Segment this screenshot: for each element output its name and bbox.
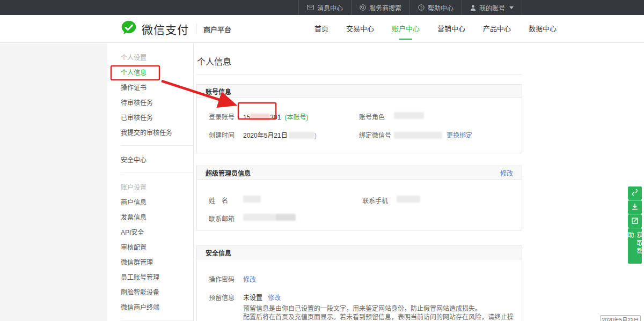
brand-divider (196, 24, 196, 34)
sidebar-item-review-config[interactable]: 审核配置 (107, 240, 193, 255)
sidebar-item-personal-info[interactable]: 个人信息 (107, 65, 193, 80)
contact-phone-label: 联系手机 (362, 196, 388, 205)
nav-item-product-center[interactable]: 产品中心 (483, 15, 511, 43)
topbar-item-messages[interactable]: 消息中心 (298, 0, 351, 15)
left-gutter (0, 43, 107, 321)
change-binding-link[interactable]: 更换绑定 (447, 132, 472, 139)
sidebar-item-my-submitted-review-tasks[interactable]: 我提交的审核任务 (107, 125, 193, 140)
sidebar-divider (121, 320, 193, 320)
sidebar-item-security-center[interactable]: 安全中心 (107, 153, 193, 168)
main-content: 个人信息 账号信息 登录账号 15301(本账号) 账号角色 创建时间 2020… (194, 43, 644, 321)
sidebar-item-invoice-info[interactable]: 发票信息 (107, 210, 193, 225)
float-menu: 获取帮助 (628, 186, 642, 264)
redacted-admin-name (243, 196, 261, 203)
topbar-item-label: 服务商搜索 (369, 3, 401, 12)
page-body: 个人设置 个人信息 操作证书 待审核任务 已审核任务 我提交的审核任务 安全中心… (0, 43, 644, 321)
nav-item-trade-center[interactable]: 交易中心 (346, 15, 374, 43)
user-icon (470, 5, 476, 11)
super-admin-panel: 超级管理员信息 修改 姓 名 联系手机 联系邮箱 (196, 166, 522, 230)
admin-name-value (243, 196, 261, 203)
redacted-account-role (394, 112, 424, 119)
sidebar-group-personal-settings: 个人设置 (107, 50, 193, 65)
login-account-value: 15301(本账号) (243, 112, 308, 121)
contact-email-label: 联系邮箱 (209, 214, 235, 223)
contact-email-value (243, 214, 296, 221)
edit-reserve-info-link[interactable]: 修改 (268, 294, 281, 302)
sidebar-divider (121, 145, 193, 146)
nav-item-home[interactable]: 首页 (314, 15, 328, 43)
get-help-button[interactable]: 获取帮助 (628, 228, 642, 264)
redacted-login-middle (250, 114, 270, 121)
link-icon (632, 189, 638, 198)
topbar-item-label: 消息中心 (317, 3, 343, 12)
redacted-created-time (289, 132, 314, 139)
sidebar-item-wechat-merchant-terminal[interactable]: 微信商户终端 (107, 300, 193, 315)
portal-name: 商户平台 (203, 24, 231, 34)
nav-item-account-center[interactable]: 账户中心 (392, 15, 420, 43)
redacted-contact-phone (397, 196, 420, 203)
download-icon (632, 203, 638, 212)
download-button[interactable] (628, 200, 642, 214)
sidebar-item-face-smart-device[interactable]: 刷脸智能设备 (107, 285, 193, 300)
sidebar-item-merchant-info[interactable]: 商户信息 (107, 195, 193, 210)
operation-password-row: 操作密码 修改 (197, 269, 522, 287)
topbar-item-help-center[interactable]: ? 帮助中心 (409, 0, 462, 15)
sidebar: 个人设置 个人信息 操作证书 待审核任务 已审核任务 我提交的审核任务 安全中心… (107, 43, 194, 321)
edit-password-link[interactable]: 修改 (243, 276, 256, 283)
account-role-value (394, 112, 424, 120)
brand[interactable]: 微信支付 商户平台 (120, 15, 231, 43)
topbar-item-provider-search[interactable]: 服务商搜索 (351, 0, 409, 15)
security-info-panel-title: 安全信息 (206, 248, 231, 257)
contact-phone-value (397, 196, 420, 203)
topbar: 消息中心 服务商搜索 ? 帮助中心 我的账号 (0, 0, 644, 15)
created-time-label: 创建时间 (209, 130, 235, 139)
sidebar-item-api-security[interactable]: API安全 (107, 225, 193, 240)
created-time-row: 创建时间 2020年5月21日) 绑定微信号 更换绑定 (197, 125, 522, 143)
sidebar-item-reviewed-tasks[interactable]: 已审核任务 (107, 110, 193, 125)
wechat-pay-logo-icon (120, 19, 137, 39)
share-link-button[interactable] (628, 186, 642, 200)
help-line: 配置后将在首页及充值页面显示。若未看到预留信息，表明当前访问的网站存在风险，请终… (243, 313, 522, 321)
sidebar-item-wechat-group-management[interactable]: 微信群管理 (107, 255, 193, 270)
login-account-row: 登录账号 15301(本账号) 账号角色 (197, 107, 522, 125)
page-title: 个人信息 (196, 43, 522, 75)
edit-admin-link[interactable]: 修改 (500, 168, 513, 177)
topbar-menu: 消息中心 服务商搜索 ? 帮助中心 我的账号 (298, 0, 522, 15)
sidebar-item-pending-review-tasks[interactable]: 待审核任务 (107, 95, 193, 110)
account-info-panel-title: 账号信息 (206, 87, 231, 96)
operation-password-label: 操作密码 (209, 274, 235, 283)
admin-name-row: 姓 名 联系手机 (197, 190, 522, 208)
mail-icon (307, 5, 314, 10)
topbar-item-my-account[interactable]: 我的账号 (462, 0, 522, 15)
search-circle-icon (360, 4, 366, 11)
reserve-info-help: 预留信息是由你自己设置的一段文字，用来鉴定网站身份，防止假冒网站造成损失。 配置… (243, 304, 522, 321)
created-time-value: 2020年5月21日) (243, 130, 317, 139)
account-role-label: 账号角色 (359, 112, 385, 121)
help-line: 预留信息是由你自己设置的一段文字，用来鉴定网站身份，防止假冒网站造成损失。 (243, 304, 522, 313)
feedback-button[interactable] (628, 214, 642, 228)
bound-wechat-value: 更换绑定 (394, 130, 472, 139)
sidebar-divider (121, 173, 193, 173)
topbar-item-label: 我的账号 (479, 3, 505, 12)
topbar-item-label: 帮助中心 (428, 3, 453, 12)
sidebar-group-account-settings: 账户设置 (107, 180, 193, 195)
nav-item-marketing-center[interactable]: 营销中心 (437, 15, 465, 43)
super-admin-panel-title: 超级管理员信息 (206, 168, 251, 177)
security-info-panel: 安全信息 操作密码 修改 预留信息 未设置修改 预留信息是由你自己设置的一段文字… (196, 245, 522, 321)
contact-email-row: 联系邮箱 (197, 208, 522, 227)
admin-name-label: 姓 名 (209, 196, 228, 205)
edit-icon (632, 217, 638, 226)
date-tooltip: 2020年5月22日 (600, 315, 641, 321)
sidebar-item-staff-account-management[interactable]: 员工账号管理 (107, 270, 193, 285)
redacted-contact-email (275, 214, 296, 221)
sidebar-item-operation-certificate[interactable]: 操作证书 (107, 80, 193, 95)
brand-name: 微信支付 (142, 21, 189, 37)
header: 微信支付 商户平台 首页 交易中心 账户中心 营销中心 产品中心 数据中心 (0, 15, 644, 43)
account-info-panel: 账号信息 登录账号 15301(本账号) 账号角色 创建时间 2020年5月21… (196, 84, 522, 153)
chevron-down-icon (509, 6, 514, 9)
svg-text:?: ? (420, 5, 422, 10)
redacted-contact-email (243, 214, 275, 221)
nav-item-data-center[interactable]: 数据中心 (529, 15, 557, 43)
redacted-bound-wechat (394, 132, 442, 139)
current-account-note: (本账号) (284, 114, 308, 121)
